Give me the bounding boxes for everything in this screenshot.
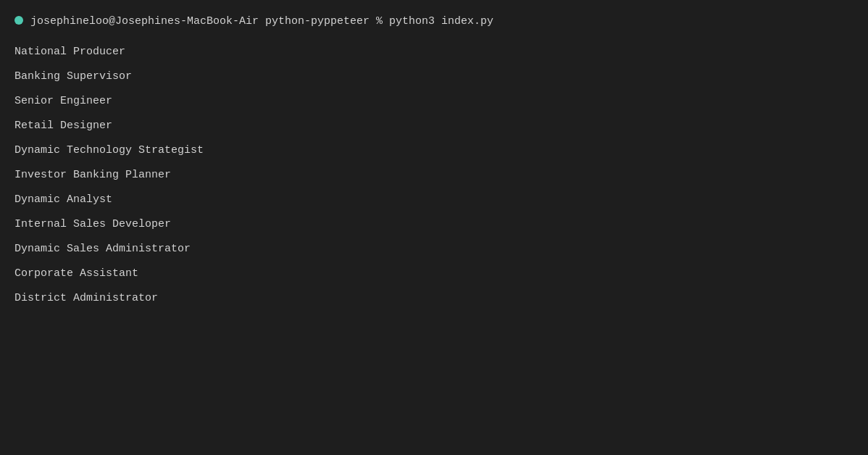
terminal-window: josephineloo@Josephines-MacBook-Air pyth… [0,0,868,455]
list-item: District Administrator [14,283,854,307]
list-item: Investor Banking Planner [14,159,854,184]
output-list: Banking SupervisorSenior EngineerRetail … [14,61,854,307]
list-item: Dynamic Sales Administrator [14,233,854,258]
status-dot [14,16,23,25]
terminal-header: josephineloo@Josephines-MacBook-Air pyth… [14,13,854,30]
list-item: Retail Designer [14,110,854,135]
list-item: Dynamic Analyst [14,184,854,209]
list-item: Senior Engineer [14,85,854,110]
list-item: Corporate Assistant [14,258,854,283]
first-output-item: National Producer [14,36,854,61]
command-line: josephineloo@Josephines-MacBook-Air pyth… [30,13,493,30]
list-item: Banking Supervisor [14,61,854,85]
list-item: Internal Sales Developer [14,209,854,233]
list-item: Dynamic Technology Strategist [14,135,854,159]
